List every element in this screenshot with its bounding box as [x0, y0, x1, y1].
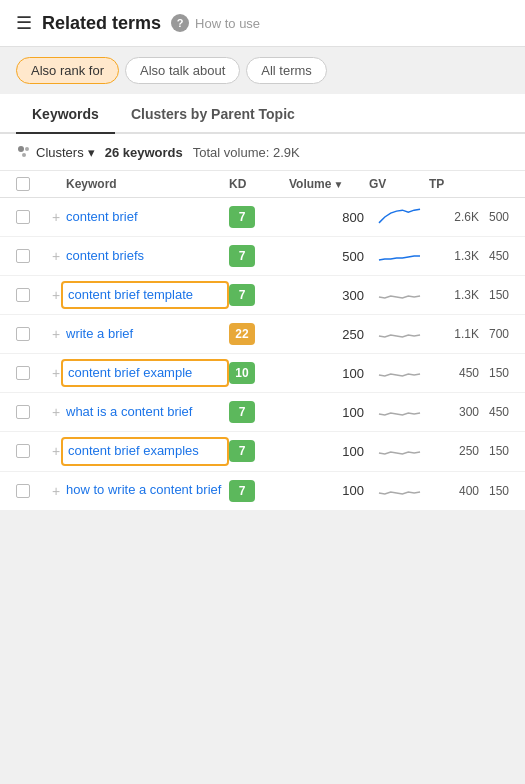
row-checkbox[interactable]	[16, 327, 46, 341]
tab-all-terms[interactable]: All terms	[246, 57, 327, 84]
kd-cell: 7	[229, 245, 289, 267]
kd-cell: 10	[229, 362, 289, 384]
keyword-cell[interactable]: what is a content brief	[66, 403, 229, 421]
gv-cell: 1.3K	[429, 249, 479, 263]
volume-cell: 100	[289, 405, 369, 420]
tab-keywords[interactable]: Keywords	[16, 94, 115, 134]
volume-cell: 300	[289, 288, 369, 303]
trend-cell	[369, 285, 429, 305]
trend-cell	[369, 402, 429, 422]
clusters-arrow: ▾	[88, 145, 95, 160]
kd-cell: 22	[229, 323, 289, 345]
toolbar: Clusters ▾ 26 keywords Total volume: 2.9…	[0, 134, 525, 171]
kd-cell: 7	[229, 480, 289, 502]
gv-cell: 2.6K	[429, 210, 479, 224]
table-row: + content brief examples 7 100 250 150	[0, 432, 525, 471]
add-keyword-button[interactable]: +	[46, 483, 66, 499]
svg-point-0	[18, 146, 24, 152]
trend-cell	[369, 324, 429, 344]
gv-cell: 1.3K	[429, 288, 479, 302]
keyword-cell[interactable]: content brief examples	[61, 437, 229, 465]
keyword-cell[interactable]: write a brief	[66, 325, 229, 343]
volume-col-header[interactable]: Volume ▼	[289, 177, 369, 191]
gv-cell: 450	[429, 366, 479, 380]
row-checkbox[interactable]	[16, 210, 46, 224]
help-icon[interactable]: ?	[171, 14, 189, 32]
trend-cell	[369, 246, 429, 266]
table-row: + write a brief 22 250 1.1K 700	[0, 315, 525, 354]
table-row: + content briefs 7 500 1.3K 450	[0, 237, 525, 276]
table-row: + how to write a content brief 7 100 400…	[0, 472, 525, 511]
kd-cell: 7	[229, 401, 289, 423]
keyword-cell[interactable]: content brief	[66, 208, 229, 226]
keyword-cell[interactable]: content brief example	[61, 359, 229, 387]
add-keyword-button[interactable]: +	[46, 326, 66, 342]
keyword-col-header: Keyword	[66, 177, 229, 191]
row-checkbox[interactable]	[16, 484, 46, 498]
tp-cell: 150	[479, 288, 509, 302]
table-row: + content brief 7 800 2.6K 500	[0, 198, 525, 237]
row-checkbox[interactable]	[16, 288, 46, 302]
tp-cell: 450	[479, 405, 509, 419]
add-keyword-button[interactable]: +	[46, 404, 66, 420]
select-all-checkbox[interactable]	[16, 177, 46, 191]
volume-cell: 500	[289, 249, 369, 264]
how-to-use-link[interactable]: How to use	[195, 16, 260, 31]
gv-col-header: GV	[369, 177, 429, 191]
row-checkbox[interactable]	[16, 249, 46, 263]
keyword-cell[interactable]: content brief template	[61, 281, 229, 309]
tp-col-header: TP	[429, 177, 479, 191]
volume-cell: 100	[289, 366, 369, 381]
clusters-button[interactable]: Clusters ▾	[16, 144, 95, 160]
sub-tab-bar: Keywords Clusters by Parent Topic	[0, 94, 525, 134]
keywords-table: Keyword KD Volume ▼ GV TP + content brie…	[0, 171, 525, 511]
sort-icon: ▼	[333, 179, 343, 190]
volume-cell: 250	[289, 327, 369, 342]
tab-also-talk-about[interactable]: Also talk about	[125, 57, 240, 84]
tp-cell: 150	[479, 444, 509, 458]
table-row: + content brief example 10 100 450 150	[0, 354, 525, 393]
trend-cell	[369, 441, 429, 461]
filter-tabs: Also rank for Also talk about All terms	[0, 47, 525, 94]
clusters-label: Clusters	[36, 145, 84, 160]
gv-cell: 300	[429, 405, 479, 419]
trend-cell	[369, 363, 429, 383]
volume-cell: 100	[289, 444, 369, 459]
add-keyword-button[interactable]: +	[46, 209, 66, 225]
keyword-cell[interactable]: content briefs	[66, 247, 229, 265]
kd-cell: 7	[229, 284, 289, 306]
tp-cell: 450	[479, 249, 509, 263]
add-keyword-button[interactable]: +	[46, 248, 66, 264]
tp-cell: 150	[479, 366, 509, 380]
volume-cell: 100	[289, 483, 369, 498]
gv-cell: 250	[429, 444, 479, 458]
table-row: + content brief template 7 300 1.3K 150	[0, 276, 525, 315]
keywords-count: 26 keywords	[105, 145, 183, 160]
page-title: Related terms	[42, 13, 161, 34]
svg-point-2	[22, 153, 26, 157]
keyword-cell[interactable]: how to write a content brief	[66, 481, 229, 499]
volume-cell: 800	[289, 210, 369, 225]
total-volume: Total volume: 2.9K	[193, 145, 300, 160]
table-row: + what is a content brief 7 100 300 450	[0, 393, 525, 432]
row-checkbox[interactable]	[16, 444, 46, 458]
table-header: Keyword KD Volume ▼ GV TP	[0, 171, 525, 198]
kd-cell: 7	[229, 440, 289, 462]
gv-cell: 1.1K	[429, 327, 479, 341]
tp-cell: 700	[479, 327, 509, 341]
clusters-icon	[16, 144, 32, 160]
kd-cell: 7	[229, 206, 289, 228]
tab-also-rank-for[interactable]: Also rank for	[16, 57, 119, 84]
row-checkbox[interactable]	[16, 366, 46, 380]
tp-cell: 150	[479, 484, 509, 498]
tp-cell: 500	[479, 210, 509, 224]
trend-cell	[369, 481, 429, 501]
trend-cell	[369, 207, 429, 227]
table-body: + content brief 7 800 2.6K 500 + content…	[0, 198, 525, 511]
kd-col-header: KD	[229, 177, 289, 191]
menu-icon[interactable]: ☰	[16, 12, 32, 34]
tab-clusters[interactable]: Clusters by Parent Topic	[115, 94, 311, 134]
header: ☰ Related terms ? How to use	[0, 0, 525, 47]
row-checkbox[interactable]	[16, 405, 46, 419]
gv-cell: 400	[429, 484, 479, 498]
